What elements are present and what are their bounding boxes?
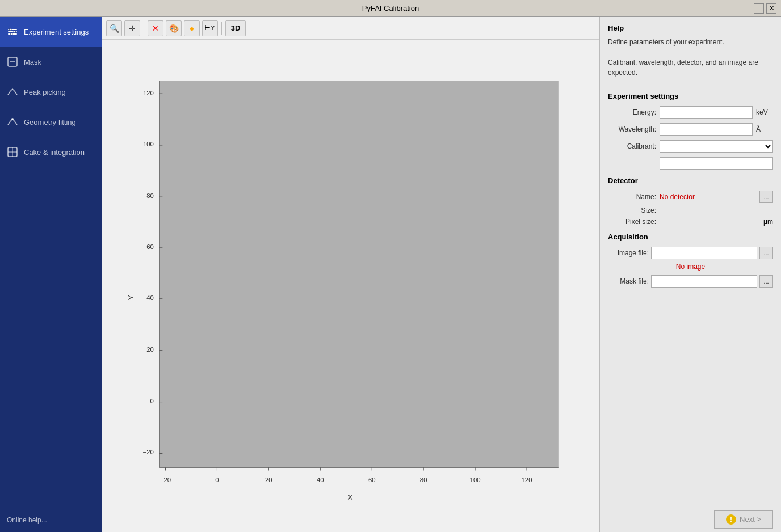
svg-text:80: 80 [420,476,427,483]
calibrant-select[interactable] [660,140,773,153]
title-bar: PyFAI Calibration ─ ✕ [0,0,781,17]
bottom-bar: ! Next > [600,506,781,532]
svg-text:−20: −20 [160,476,171,483]
mask-file-browse-button[interactable]: ... [759,275,773,288]
toolbar-separator-2 [221,22,222,35]
no-image-text: No image [608,263,773,271]
next-button[interactable]: ! Next > [714,510,773,529]
detector-browse-button[interactable]: ... [759,191,773,203]
sidebar-item-label: Cake & integration [24,148,85,157]
svg-rect-21 [159,81,559,467]
calibrant-label: Calibrant: [608,142,656,150]
circle-button[interactable]: ● [184,20,200,36]
main-layout: Experiment settings Mask Peak picking [0,17,781,532]
close-button[interactable]: ✕ [766,3,776,14]
svg-point-5 [10,33,12,35]
reset-button[interactable]: ✕ [148,20,163,36]
svg-text:0: 0 [150,398,154,404]
detector-section: Detector Name: No detector ... Size: Pix… [608,176,773,226]
detector-title: Detector [608,176,773,185]
mask-file-label: Mask file: [608,277,649,285]
detector-pixel-size-unit: μm [763,218,773,226]
wavelength-unit: Å [756,125,773,133]
sidebar-item-label: Peak picking [24,88,66,96]
svg-text:0: 0 [215,476,219,483]
sidebar-item-peak-picking[interactable]: Peak picking [0,77,102,107]
sidebar-item-cake-integration[interactable]: Cake & integration [0,137,102,167]
calibrant-extra-row [608,157,773,170]
detector-name-row: Name: No detector ... [608,191,773,203]
settings-section: Experiment settings Energy: keV Waveleng… [600,85,781,506]
settings-icon [7,26,18,37]
svg-text:Y: Y [127,295,135,300]
svg-text:X: X [348,493,353,501]
energy-row: Energy: keV [608,106,773,119]
sidebar-item-label: Experiment settings [24,28,89,36]
detector-name-value: No detector [660,193,759,201]
image-file-browse-button[interactable]: ... [759,247,773,259]
experiment-settings-title: Experiment settings [608,92,773,100]
mask-file-row: Mask file: ... [608,275,773,288]
plot-area: 🔍 ✛ ✕ 🎨 ● ⊢Y 3D Y 120 100 80 60 40 20 0 [102,17,599,532]
svg-text:60: 60 [146,243,154,250]
acquisition-title: Acquisition [608,233,773,241]
svg-text:60: 60 [368,476,376,483]
energy-input[interactable] [660,106,753,119]
toolbar: 🔍 ✛ ✕ 🎨 ● ⊢Y 3D [102,17,599,40]
detector-name-label: Name: [608,193,656,201]
svg-text:120: 120 [522,476,532,483]
window-title: PyFAI Calibration [362,4,419,12]
energy-label: Energy: [608,108,656,116]
cake-icon [7,146,18,158]
svg-text:100: 100 [470,476,481,483]
calibrant-row: Calibrant: [608,140,773,153]
svg-text:20: 20 [146,346,154,353]
svg-text:40: 40 [317,476,324,483]
move-button[interactable]: ✛ [124,20,140,36]
svg-text:120: 120 [143,90,154,96]
wavelength-row: Wavelength: Å [608,123,773,136]
svg-text:100: 100 [143,141,154,147]
svg-point-4 [14,31,16,33]
plot-canvas: Y 120 100 80 60 40 20 0 −20 −20 0 20 40 … [102,40,599,532]
sidebar: Experiment settings Mask Peak picking [0,17,102,532]
mask-file-input[interactable] [651,275,757,288]
svg-text:80: 80 [146,192,154,199]
geometry-icon [7,116,18,128]
mask-icon [7,56,18,67]
image-file-input[interactable] [651,247,757,259]
wavelength-input[interactable] [660,123,753,136]
peak-icon [7,86,18,98]
image-file-row: Image file: ... [608,247,773,259]
svg-text:−20: −20 [143,449,154,455]
help-section: Help Define parameters of your experimen… [600,17,781,85]
svg-text:20: 20 [265,476,272,483]
sidebar-item-geometry-fitting[interactable]: Geometry fitting [0,107,102,137]
svg-point-3 [9,28,11,31]
minimize-button[interactable]: ─ [754,3,764,14]
threed-button[interactable]: 3D [225,20,246,36]
calibrant-extra-input[interactable] [660,157,773,170]
image-file-label: Image file: [608,249,649,257]
detector-size-row: Size: [608,206,773,214]
wavelength-label: Wavelength: [608,125,656,133]
help-title: Help [608,24,773,32]
detector-pixel-size-row: Pixel size: μm [608,218,773,226]
zoom-button[interactable]: 🔍 [106,20,122,36]
right-panel: Help Define parameters of your experimen… [599,17,781,532]
svg-point-8 [11,118,14,120]
sidebar-item-experiment-settings[interactable]: Experiment settings [0,17,102,47]
axis-button[interactable]: ⊢Y [202,20,218,36]
detector-size-label: Size: [608,206,656,214]
detector-pixel-size-label: Pixel size: [608,218,656,226]
help-text: Define parameters of your experiment. Ca… [608,37,773,78]
colormap-button[interactable]: 🎨 [166,20,182,36]
energy-unit: keV [756,108,773,116]
sidebar-item-label: Mask [24,58,41,66]
online-help-link[interactable]: Online help... [0,508,102,532]
sidebar-item-mask[interactable]: Mask [0,47,102,77]
next-label: Next > [740,515,761,523]
window-controls: ─ ✕ [754,3,776,14]
toolbar-separator [144,22,144,35]
acquisition-section: Acquisition Image file: ... No image Mas… [608,233,773,288]
